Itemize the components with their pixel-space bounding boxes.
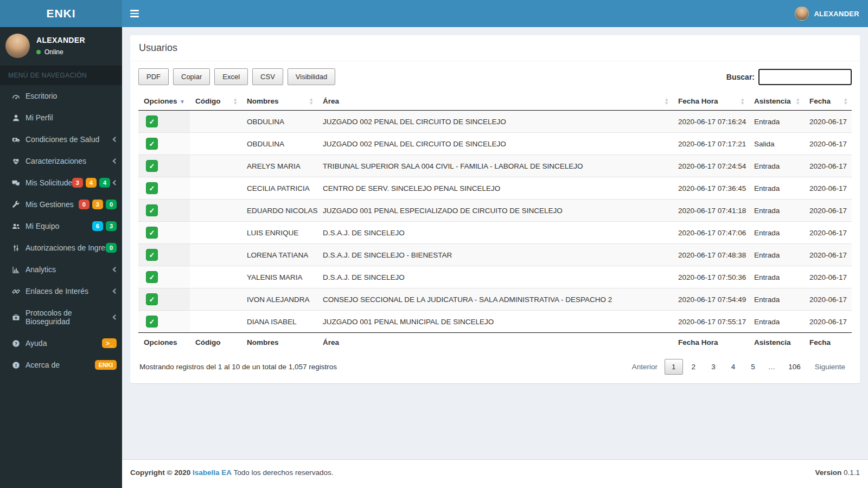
badge: 3 [106,221,117,231]
chevron-left-icon [113,158,118,164]
row-checkbox[interactable]: ✓ [146,249,158,261]
sort-desc-icon: ▼ [180,98,185,104]
search-input[interactable] [758,69,852,85]
box-header: Usuarios [130,35,860,61]
fecha-cell: 2020-06-17 [804,133,852,155]
exclamation-circle-icon: ! [10,361,22,369]
area-cell: D.S.A.J. DE SINCELEJO [317,266,673,288]
badge: ENKI [95,360,117,370]
navbar-user-menu[interactable]: ALEXANDER [786,0,868,27]
column-header-código[interactable]: Código▲▼ [190,92,241,111]
sidebar-item-condiciones-de-salud[interactable]: Condiciones de Salud [0,129,122,150]
footer-column-área: Área [317,333,673,352]
sidebar-item-mis-solicitudes[interactable]: Mis Solicitudes344 [0,172,122,194]
asistencia-cell: Entrada [749,222,804,244]
sidebar-item-autorizaciones-de-ingreso[interactable]: Autorizaciones de Ingreso0 [0,237,122,259]
sidebar-item-label: Mis Gestiones [25,200,74,209]
sidebar-item-acerca-de[interactable]: !Acerca deENKI [0,354,122,376]
column-header-nombres[interactable]: Nombres▲▼ [241,92,317,111]
sidebar-item-mis-gestiones[interactable]: Mis Gestiones030 [0,194,122,215]
fecha-hora-cell: 2020-06-17 07:54:49 [673,288,749,311]
column-header-área[interactable]: Área▲▼ [317,92,673,111]
asistencia-cell: Entrada [749,155,804,177]
pagination-page-4[interactable]: 4 [724,359,743,375]
row-checkbox[interactable]: ✓ [146,271,158,283]
users-box: Usuarios PDFCopiarExcelCSVVisibilidad Bu… [130,35,860,383]
pagination-page-3[interactable]: 3 [704,359,723,375]
chevron-left-icon [113,267,118,272]
header-row: Opciones▼Código▲▼Nombres▲▼Área▲▼Fecha Ho… [138,92,852,111]
footer-column-fecha: Fecha [804,333,852,352]
area-cell: JUZGADO 002 PENAL DEL CIRCUITO DE SINCEL… [317,133,673,155]
codigo-cell [190,266,241,288]
asistencia-cell: Entrada [749,311,804,333]
nombres-cell: OBDULINA [241,133,317,155]
sort-icon: ▲▼ [233,98,238,105]
row-checkbox[interactable]: ✓ [146,138,158,150]
chevron-left-icon [113,288,118,294]
pagination-page-1[interactable]: 1 [665,359,683,375]
badge-group: ENKI [95,360,117,370]
nombres-cell: IVON ALEJANDRA [241,288,317,311]
row-checkbox[interactable]: ✓ [146,115,158,127]
table-footer-row: OpcionesCódigoNombresÁreaFecha HoraAsist… [138,333,852,352]
comments-icon [10,179,22,187]
version-info: Version 0.1.1 [815,468,860,479]
options-cell: ✓ [138,311,190,333]
company-link[interactable]: Isabella EA [193,468,232,477]
sidebar-item-ayuda[interactable]: ?Ayuda>_ [0,332,122,354]
pagination-ellipsis: … [764,359,780,374]
top-header: ENKI ALEXANDER [0,0,868,27]
nombres-cell: OBDULINA [241,111,317,133]
asistencia-cell: Entrada [749,200,804,222]
brand-logo[interactable]: ENKI [0,0,122,27]
sidebar-item-label: Condiciones de Salud [25,135,99,144]
column-header-fecha-hora[interactable]: Fecha Hora▲▼ [673,92,749,111]
footer-column-código: Código [190,333,241,352]
nombres-cell: ARELYS MARIA [241,155,317,177]
badge: 4 [99,178,110,188]
pagination-page-2[interactable]: 2 [685,359,703,375]
row-checkbox[interactable]: ✓ [146,182,158,194]
excel-button[interactable]: Excel [214,68,248,85]
pagination-page-106[interactable]: 106 [781,359,808,375]
footer-column-nombres: Nombres [241,333,317,352]
sidebar-item-label: Enlaces de Interés [25,287,88,296]
row-checkbox[interactable]: ✓ [146,316,158,328]
pdf-button[interactable]: PDF [138,68,169,85]
copiar-button[interactable]: Copiar [173,68,210,85]
sidebar-item-caracterizaciones[interactable]: Caracterizaciones [0,150,122,172]
nombres-cell: CECILIA PATRICIA [241,177,317,200]
asistencia-cell: Entrada [749,266,804,288]
badge: 6 [92,221,103,231]
pagination-previous[interactable]: Anterior [627,359,663,374]
column-header-opciones[interactable]: Opciones▼ [138,92,190,111]
sidebar-item-analytics[interactable]: Analytics [0,259,122,280]
pagination-page-5[interactable]: 5 [744,359,762,375]
column-header-fecha[interactable]: Fecha▲▼ [804,92,852,111]
options-cell: ✓ [138,244,190,266]
footer-column-opciones: Opciones [138,333,190,352]
sidebar-item-protocolos-de-bioseguridad[interactable]: Protocolos de Bioseguridad [0,302,122,332]
row-checkbox[interactable]: ✓ [146,204,158,216]
visibilidad-button[interactable]: Visibilidad [288,68,335,85]
row-checkbox[interactable]: ✓ [146,160,158,172]
fecha-cell: 2020-06-17 [804,222,852,244]
column-header-label: Fecha Hora [678,97,718,105]
table-row: ✓EDUARDO NICOLASJUZGADO 001 PENAL ESPECI… [138,200,852,222]
fecha-cell: 2020-06-17 [804,244,852,266]
sort-icon: ▲▼ [309,98,314,105]
row-checkbox[interactable]: ✓ [146,293,158,305]
sidebar-item-mi-perfil[interactable]: Mi Perfil [0,107,122,129]
sidebar-item-escritorio[interactable]: Escritorio [0,85,122,107]
sidebar-item-label: Mi Equipo [25,222,59,230]
options-cell: ✓ [138,155,190,177]
sidebar-item-label: Escritorio [25,92,57,100]
pagination-next[interactable]: Siguiente [809,359,851,374]
sidebar-toggle-button[interactable] [122,0,147,27]
column-header-asistencia[interactable]: Asistencia▲▼ [749,92,804,111]
sidebar-item-mi-equipo[interactable]: Mi Equipo63 [0,215,122,237]
csv-button[interactable]: CSV [252,68,283,85]
row-checkbox[interactable]: ✓ [146,227,158,239]
sidebar-item-enlaces-de-interes[interactable]: Enlaces de Interés [0,280,122,302]
